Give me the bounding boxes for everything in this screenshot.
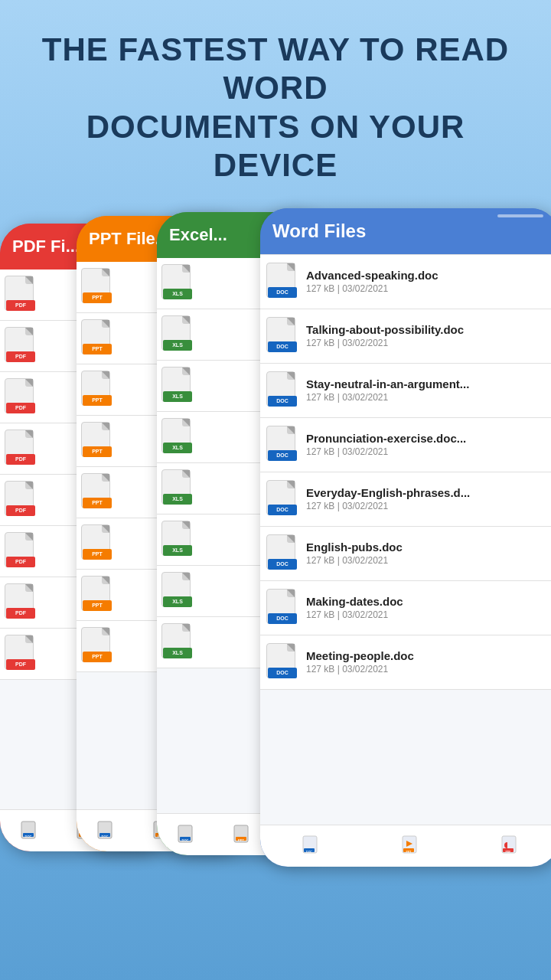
file-name: Talking-about-possibility.doc <box>306 323 551 336</box>
file-icon: PDF <box>5 532 37 570</box>
file-icon: PPT <box>81 422 113 460</box>
file-icon: DOC <box>266 371 298 410</box>
list-item[interactable]: DOC Making-dates.doc 127 kB | 03/02/2021 <box>260 581 551 635</box>
file-meta: 127 kB | 03/02/2021 <box>306 283 551 294</box>
file-tag-ppt: PPT <box>83 292 112 303</box>
file-icon: XLS <box>161 521 194 559</box>
file-name: Everyday-English-phrases.d... <box>306 486 551 499</box>
file-tag-xls: XLS <box>163 340 192 351</box>
list-item[interactable]: DOC Talking-about-possibility.doc 127 kB… <box>260 309 551 364</box>
svg-text:DOC: DOC <box>306 850 312 853</box>
file-icon: XLS <box>161 623 194 662</box>
list-item[interactable]: DOC Everyday-English-phrases.d... 127 kB… <box>260 472 551 527</box>
file-tag-doc: DOC <box>268 287 297 298</box>
word-phone-header: Word Files <box>260 208 551 254</box>
nav-ppt[interactable]: PPT <box>360 835 459 858</box>
list-item[interactable]: DOC English-pubs.doc 127 kB | 03/02/2021 <box>260 527 551 581</box>
file-name: Pronunciation-exercise.doc... <box>306 432 551 445</box>
file-tag-xls: XLS <box>163 443 192 453</box>
word-phone-nav: DOC PPT PDF <box>260 825 551 867</box>
file-icon: PPT <box>81 524 113 563</box>
file-icon: PDF <box>5 481 37 519</box>
file-icon: PDF <box>5 635 37 673</box>
file-icon: XLS <box>161 264 194 302</box>
file-icon: PPT <box>81 473 113 511</box>
file-info: Meeting-people.doc 127 kB | 03/02/2021 <box>306 649 551 675</box>
file-tag-ppt: PPT <box>83 549 112 560</box>
file-icon: DOC <box>266 643 298 681</box>
scroll-indicator <box>497 214 543 217</box>
svg-text:PDF: PDF <box>506 850 512 853</box>
file-tag-xls: XLS <box>163 596 192 607</box>
file-info: Making-dates.doc 127 kB | 03/02/2021 <box>306 595 551 620</box>
nav-doc[interactable]: DOC <box>157 823 213 846</box>
file-name: Meeting-people.doc <box>306 649 551 662</box>
file-tag-xls: XLS <box>163 648 192 658</box>
file-meta: 127 kB | 03/02/2021 <box>306 446 551 457</box>
file-meta: 127 kB | 03/02/2021 <box>306 555 551 566</box>
file-tag-xls: XLS <box>163 494 192 505</box>
file-tag-doc: DOC <box>268 450 297 461</box>
nav-doc[interactable]: DOC <box>0 819 56 842</box>
svg-text:DOC: DOC <box>181 838 188 842</box>
svg-text:DOC: DOC <box>24 835 31 838</box>
file-icon: XLS <box>161 418 194 456</box>
header-title-line1: THE FASTEST WAY TO READ WORD <box>42 31 509 106</box>
file-icon: PPT <box>81 371 113 409</box>
file-icon: DOC <box>266 426 298 464</box>
file-info: Everyday-English-phrases.d... 127 kB | 0… <box>306 486 551 511</box>
file-icon: DOC <box>266 534 298 573</box>
header-title-line2: DOCUMENTS ON YOUR DEVICE <box>86 109 465 183</box>
file-icon: PPT <box>81 268 113 306</box>
nav-pdf[interactable]: PDF <box>459 835 551 858</box>
nav-doc[interactable]: DOC <box>77 819 132 842</box>
file-icon: XLS <box>161 315 194 354</box>
file-name: Making-dates.doc <box>306 595 551 608</box>
file-tag-ppt: PPT <box>83 600 112 611</box>
list-item[interactable]: DOC Advanced-speaking.doc 127 kB | 03/02… <box>260 254 551 309</box>
file-tag-pdf: PDF <box>6 505 35 516</box>
file-tag-doc: DOC <box>268 396 297 407</box>
file-icon: PDF <box>5 430 37 468</box>
file-tag-pdf: PDF <box>6 300 35 311</box>
file-meta: 127 kB | 03/02/2021 <box>306 501 551 511</box>
file-icon: DOC <box>266 317 298 355</box>
file-icon: PDF <box>5 327 37 365</box>
phone-word: Word Files DOC Advanced-speaking.doc 127… <box>260 208 551 867</box>
word-phone-title: Word Files <box>272 220 366 242</box>
list-item[interactable]: DOC Stay-neutral-in-an-argument... 127 k… <box>260 364 551 418</box>
file-name: Advanced-speaking.doc <box>306 269 551 282</box>
header-title: THE FASTEST WAY TO READ WORD DOCUMENTS O… <box>23 31 528 185</box>
file-icon: XLS <box>161 367 194 405</box>
file-icon: DOC <box>266 480 298 518</box>
file-icon: DOC <box>266 263 298 301</box>
file-icon: PPT <box>81 627 113 665</box>
file-icon: PPT <box>81 576 113 614</box>
file-icon: PDF <box>5 378 37 416</box>
file-tag-pdf: PDF <box>6 608 35 619</box>
file-tag-pdf: PDF <box>6 659 35 670</box>
excel-phone-title: Excel... <box>169 225 227 245</box>
file-tag-xls: XLS <box>163 391 192 402</box>
file-tag-doc: DOC <box>268 613 297 624</box>
file-tag-pdf: PDF <box>6 557 35 567</box>
nav-doc-active[interactable]: DOC <box>260 835 360 858</box>
file-tag-ppt: PPT <box>83 344 112 354</box>
phone-stack: PDF Fi... PDF PDF PDF <box>0 208 551 874</box>
header: THE FASTEST WAY TO READ WORD DOCUMENTS O… <box>0 0 551 201</box>
file-meta: 127 kB | 03/02/2021 <box>306 338 551 348</box>
file-icon: DOC <box>266 589 298 627</box>
file-info: Advanced-speaking.doc 127 kB | 03/02/202… <box>306 269 551 294</box>
svg-text:PPT: PPT <box>406 850 412 853</box>
file-icon: XLS <box>161 572 194 610</box>
file-meta: 127 kB | 03/02/2021 <box>306 664 551 675</box>
file-info: English-pubs.doc 127 kB | 03/02/2021 <box>306 541 551 566</box>
pdf-phone-title: PDF Fi... <box>12 237 80 256</box>
file-tag-pdf: PDF <box>6 454 35 465</box>
svg-text:DOC: DOC <box>101 835 108 838</box>
file-tag-ppt: PPT <box>83 395 112 406</box>
list-item[interactable]: DOC Pronunciation-exercise.doc... 127 kB… <box>260 418 551 472</box>
file-icon: XLS <box>161 469 194 508</box>
list-item[interactable]: DOC Meeting-people.doc 127 kB | 03/02/20… <box>260 635 551 690</box>
file-tag-doc: DOC <box>268 668 297 678</box>
